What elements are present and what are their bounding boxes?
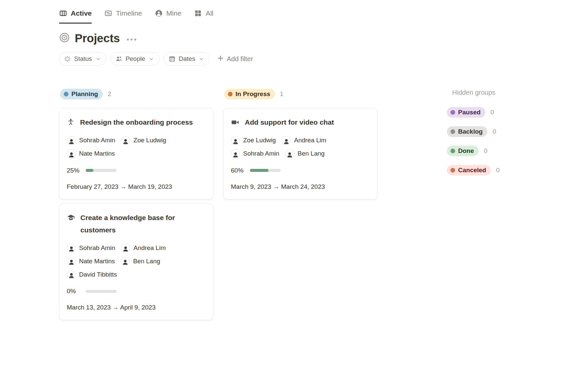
column-planning: Planning 2 Redesign the onboarding proce… xyxy=(59,89,213,324)
chevron-down-icon xyxy=(148,56,154,62)
status-dot xyxy=(450,168,455,173)
person-name: Sohrab Amin xyxy=(79,137,115,144)
progress-bar xyxy=(86,169,117,172)
filter-label: People xyxy=(126,55,145,63)
person-name: Andrea Lim xyxy=(294,137,326,144)
timeline-view-icon xyxy=(104,9,112,17)
avatar xyxy=(67,270,76,279)
tab-all[interactable]: All xyxy=(194,9,213,24)
person-name: Sohrab Amin xyxy=(79,244,115,252)
group-count: 0 xyxy=(491,109,494,116)
avatar xyxy=(285,149,294,158)
hidden-group-canceled: Canceled 0 xyxy=(447,165,500,176)
card-dates: March 13, 2023 → April 9, 2023 xyxy=(67,304,206,311)
projects-board-page: Active Timeline Mine All Projects xyxy=(0,0,588,324)
group-count: 0 xyxy=(496,167,500,174)
avatar xyxy=(282,136,291,145)
progress-fill xyxy=(86,169,93,172)
filter-label: Status xyxy=(74,55,92,63)
status-dot xyxy=(450,129,455,134)
person-chip: Ben Lang xyxy=(285,149,325,158)
project-card-video-chat[interactable]: Add support for video chat Zoe Ludwig An… xyxy=(223,108,377,199)
avatar xyxy=(67,257,76,266)
plus-icon xyxy=(217,55,224,63)
person-chip: David Tibbitts xyxy=(67,270,117,279)
tab-mine[interactable]: Mine xyxy=(155,9,182,24)
tab-label: Active xyxy=(71,9,92,17)
person-chip: Zoe Ludwig xyxy=(121,136,166,145)
tab-active[interactable]: Active xyxy=(59,9,92,24)
card-title: Redesign the onboarding process xyxy=(80,116,193,129)
card-title: Create a knowledge base for customers xyxy=(80,212,206,236)
person-name: Zoe Ludwig xyxy=(134,137,166,144)
avatar xyxy=(121,257,130,266)
person-chip: Andrea Lim xyxy=(121,243,166,252)
person-name: Nate Martins xyxy=(79,150,115,157)
person-name: David Tibbitts xyxy=(79,271,117,278)
status-pill-planning[interactable]: Planning xyxy=(60,89,103,99)
status-pill-done[interactable]: Done xyxy=(447,146,479,156)
person-chip: Ben Lang xyxy=(121,257,160,266)
filter-people[interactable]: People xyxy=(111,52,159,65)
hidden-group-paused: Paused 0 xyxy=(447,107,500,118)
filter-dates[interactable]: Dates xyxy=(164,52,210,65)
tab-timeline[interactable]: Timeline xyxy=(104,9,142,24)
person-chip: Nate Martins xyxy=(67,149,115,158)
card-people: Sohrab Amin Andrea Lim Nate Martins Ben … xyxy=(67,243,206,279)
progress-bar xyxy=(86,290,117,293)
status-pill-canceled[interactable]: Canceled xyxy=(447,165,491,176)
person-chip: Zoe Ludwig xyxy=(231,136,276,145)
progress-label: 25% xyxy=(67,167,80,174)
person-name: Ben Lang xyxy=(298,150,325,157)
column-count: 1 xyxy=(280,90,284,98)
card-dates: March 9, 2023 → March 24, 2023 xyxy=(231,183,370,190)
more-options-icon[interactable] xyxy=(127,39,136,41)
avatar xyxy=(231,136,240,145)
status-dot xyxy=(64,92,68,96)
person-name: Nate Martins xyxy=(79,258,115,265)
group-count: 0 xyxy=(484,147,488,155)
avatar xyxy=(67,149,76,158)
filter-status[interactable]: Status xyxy=(59,52,106,65)
avatar xyxy=(231,149,240,158)
person-chip: Sohrab Amin xyxy=(231,149,279,158)
card-title: Add support for video chat xyxy=(245,116,334,129)
status-label: Canceled xyxy=(458,167,486,174)
target-icon xyxy=(59,32,70,44)
tab-label: Timeline xyxy=(116,9,142,17)
chevron-down-icon xyxy=(199,56,204,62)
status-burst-icon xyxy=(64,55,71,63)
people-icon xyxy=(115,55,123,63)
card-people: Zoe Ludwig Andrea Lim Sohrab Amin Ben La… xyxy=(231,136,370,158)
column-count: 2 xyxy=(108,90,111,98)
add-filter-button[interactable]: Add filter xyxy=(217,55,253,63)
person-name: Andrea Lim xyxy=(134,244,166,252)
kanban-board: Planning 2 Redesign the onboarding proce… xyxy=(59,89,588,324)
status-dot xyxy=(450,149,455,153)
status-dot xyxy=(450,110,455,115)
progress-row: 0% xyxy=(67,288,206,295)
video-camera-icon xyxy=(231,118,240,127)
hidden-groups-title: Hidden groups xyxy=(447,89,500,96)
progress-row: 25% xyxy=(67,167,206,174)
column-header: In Progress 1 xyxy=(223,89,377,99)
hidden-groups-panel: Hidden groups Paused 0 Backlog 0 Done xyxy=(447,89,500,184)
project-card-knowledge-base[interactable]: Create a knowledge base for customers So… xyxy=(59,203,213,320)
page-title-row: Projects xyxy=(59,32,588,45)
project-card-redesign-onboarding[interactable]: Redesign the onboarding process Sohrab A… xyxy=(59,108,213,199)
page-title[interactable]: Projects xyxy=(75,32,120,45)
column-header: Planning 2 xyxy=(59,89,213,99)
card-people: Sohrab Amin Zoe Ludwig Nate Martins xyxy=(67,136,206,158)
status-pill-in-progress[interactable]: In Progress xyxy=(224,89,275,99)
status-label: Planning xyxy=(71,90,98,98)
status-label: Backlog xyxy=(458,128,483,135)
calendar-icon xyxy=(168,55,176,63)
progress-bar xyxy=(250,169,281,172)
add-filter-label: Add filter xyxy=(227,55,253,63)
progress-row: 60% xyxy=(231,167,370,174)
status-pill-paused[interactable]: Paused xyxy=(447,107,485,118)
person-chip: Sohrab Amin xyxy=(67,243,115,252)
status-dot xyxy=(228,92,233,96)
status-pill-backlog[interactable]: Backlog xyxy=(447,126,487,137)
status-label: Done xyxy=(458,147,474,155)
